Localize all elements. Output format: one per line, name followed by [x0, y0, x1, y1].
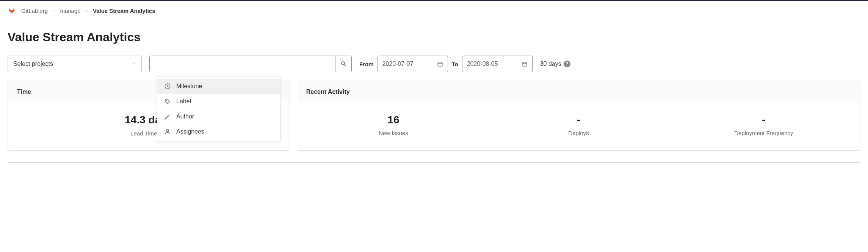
clock-icon	[164, 83, 171, 90]
from-date-value: 2020-07-07	[382, 61, 414, 67]
help-icon[interactable]: ?	[564, 61, 570, 67]
activity-card-header: Recent Activity	[297, 81, 860, 103]
to-date-input[interactable]: 2020-08-05	[462, 56, 533, 72]
range-summary-text: 30 days	[540, 61, 561, 67]
chevron-right-icon: ›	[86, 8, 88, 14]
breadcrumb-group[interactable]: manage	[60, 8, 80, 14]
filter-search-input[interactable]	[150, 56, 335, 72]
to-label: To	[452, 61, 458, 67]
filter-search-wrapper: Milestone Label Author	[149, 56, 352, 72]
activity-card-body: 16 New Issues - Deploys - Deployment Fre…	[297, 103, 860, 150]
from-label: From	[359, 61, 374, 67]
page-title: Value Stream Analytics	[8, 30, 860, 44]
filter-search-group	[149, 56, 352, 72]
deploys-stat: - Deploys	[486, 114, 671, 136]
from-date-input[interactable]: 2020-07-07	[378, 56, 448, 72]
date-range: From 2020-07-07 To 2020-08-05	[359, 56, 533, 72]
lead-time-label-text: Lead Time	[130, 130, 157, 137]
filter-dropdown: Milestone Label Author	[157, 76, 280, 142]
filter-option-label-text: Author	[176, 113, 194, 120]
recent-activity-card: Recent Activity 16 New Issues - Deploys …	[297, 81, 860, 151]
filter-option-author[interactable]: Author	[157, 109, 280, 124]
svg-point-1	[166, 100, 167, 101]
search-button[interactable]	[335, 56, 351, 72]
breadcrumb: GitLab.org › manage › Value Stream Analy…	[0, 1, 868, 21]
pencil-icon	[164, 113, 171, 120]
project-select-label: Select projects	[13, 61, 53, 67]
chevron-right-icon: ›	[53, 8, 55, 14]
breadcrumb-current: Value Stream Analytics	[93, 8, 155, 14]
deploys-value: -	[486, 114, 671, 126]
breadcrumb-org[interactable]: GitLab.org	[21, 8, 48, 14]
filter-option-label-text: Assignees	[176, 128, 204, 135]
tag-icon	[164, 98, 171, 105]
deployment-frequency-value: -	[671, 114, 856, 126]
calendar-icon	[437, 61, 443, 67]
filter-option-assignees[interactable]: Assignees	[157, 124, 280, 139]
to-date-value: 2020-08-05	[467, 61, 498, 67]
user-icon	[164, 128, 171, 135]
filter-option-label: Milestone	[176, 83, 202, 90]
date-range-summary: 30 days ?	[540, 61, 570, 67]
page-content: Value Stream Analytics Select projects	[0, 21, 868, 166]
next-panel-top	[8, 159, 860, 163]
new-issues-value: 16	[301, 114, 486, 126]
deploys-label: Deploys	[568, 130, 589, 136]
svg-rect-3	[438, 62, 442, 66]
svg-point-2	[166, 129, 169, 132]
filter-option-label[interactable]: Label	[157, 94, 280, 109]
svg-rect-4	[522, 62, 527, 66]
deployment-frequency-stat: - Deployment Frequency	[671, 114, 856, 136]
stats-row: Time 14.3 days Lead Time ? Recent Activi…	[8, 81, 860, 151]
filter-bar: Select projects Milestone	[8, 56, 860, 72]
search-icon	[340, 61, 347, 67]
project-select[interactable]: Select projects	[8, 56, 142, 72]
new-issues-stat: 16 New Issues	[301, 114, 486, 136]
new-issues-label: New Issues	[379, 130, 408, 136]
calendar-icon	[522, 61, 528, 67]
filter-option-milestone[interactable]: Milestone	[157, 79, 280, 94]
filter-option-label-text: Label	[176, 98, 191, 105]
chevron-down-icon	[132, 62, 136, 66]
deployment-frequency-label: Deployment Frequency	[734, 130, 793, 136]
gitlab-logo-icon	[8, 6, 16, 15]
